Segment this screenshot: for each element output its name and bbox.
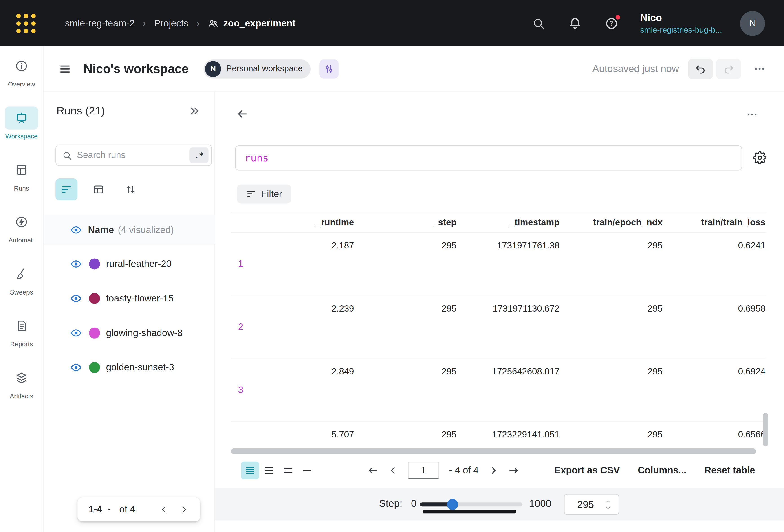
cell-runtime: 2.239	[231, 296, 354, 314]
export-csv-button[interactable]: Export as CSV	[554, 465, 620, 476]
redo-button[interactable]	[716, 59, 741, 79]
collapse-panel-icon[interactable]	[189, 105, 200, 117]
sidebar-item-artifacts[interactable]: Artifacts	[0, 367, 43, 419]
search-runs-input[interactable]	[77, 150, 190, 161]
page-number-input[interactable]	[408, 462, 439, 479]
row-height-2-lines-icon	[282, 465, 293, 476]
eye-icon[interactable]	[70, 224, 82, 236]
sidebar-item-reports[interactable]: Reports	[0, 314, 43, 367]
cell-epoch-ndx: 295	[559, 359, 663, 377]
run-name[interactable]: golden-sunset-3	[106, 362, 174, 373]
eye-icon[interactable]	[70, 361, 82, 373]
sidebar-item-automations[interactable]: Automat.	[0, 211, 43, 263]
user-org-link[interactable]: smle-registries-bug-b...	[640, 25, 722, 35]
step-value-input[interactable]	[567, 499, 604, 510]
back-arrow-icon[interactable]	[236, 108, 249, 120]
row-height-xlarge-button[interactable]	[298, 461, 316, 479]
runs-view-buttons	[55, 178, 141, 200]
filter-list-button[interactable]	[55, 178, 78, 200]
table-view-button[interactable]	[88, 178, 110, 200]
breadcrumb-project[interactable]: zoo_experiment	[208, 18, 296, 29]
sidebar-item-label: Runs	[14, 185, 29, 192]
row-height-compact-button[interactable]	[241, 461, 259, 479]
workspace-icon	[15, 112, 28, 124]
last-page-icon[interactable]	[508, 465, 519, 476]
table-pagination: - 4 of 4	[363, 461, 524, 479]
next-page-icon[interactable]	[488, 465, 499, 476]
run-list-item[interactable]: toasty-flower-15	[44, 281, 215, 316]
undo-button[interactable]	[688, 59, 713, 79]
first-page-icon[interactable]	[367, 465, 379, 476]
search-icon[interactable]	[532, 17, 545, 30]
regex-toggle-button[interactable]: .*	[190, 147, 208, 163]
spinner-up-icon[interactable]	[605, 499, 612, 504]
run-list-item[interactable]: glowing-shadow-8	[44, 315, 215, 350]
help-icon[interactable]: ?	[605, 17, 618, 30]
breadcrumb-team[interactable]: smle-reg-team-2	[65, 18, 135, 29]
run-list-item[interactable]: rural-feather-20	[44, 247, 215, 281]
name-column-label[interactable]: Name	[88, 224, 114, 235]
chevron-left-icon[interactable]	[159, 504, 169, 514]
vertical-scrollbar[interactable]	[763, 413, 768, 446]
sidebar-item-workspace[interactable]: Workspace	[0, 106, 43, 159]
column-header[interactable]: _runtime	[231, 217, 354, 228]
run-name[interactable]: toasty-flower-15	[106, 293, 173, 304]
filter-button[interactable]: Filter	[237, 185, 291, 204]
run-list-item[interactable]: golden-sunset-3	[44, 350, 215, 385]
row-height-large-button[interactable]	[279, 461, 297, 479]
eye-icon[interactable]	[70, 292, 82, 304]
column-header[interactable]: _step	[354, 217, 457, 228]
chevron-right-icon[interactable]	[179, 504, 189, 514]
sliders-icon	[324, 63, 335, 74]
gear-icon[interactable]	[753, 151, 766, 165]
column-header[interactable]: train/epoch_ndx	[559, 217, 663, 228]
sidebar-item-sweeps[interactable]: Sweeps	[0, 262, 43, 314]
sidebar-item-overview[interactable]: Overview	[0, 55, 43, 107]
prev-page-icon[interactable]	[388, 465, 398, 476]
cell-timestamp: 1723229141.051	[456, 422, 559, 440]
slider-knob[interactable]	[447, 499, 458, 510]
breadcrumb-separator: ›	[143, 18, 146, 29]
sidebar-item-label: Reports	[10, 340, 33, 348]
column-header[interactable]: train/train_loss	[663, 217, 765, 228]
row-index-link[interactable]: 3	[238, 385, 243, 395]
sidebar-item-label: Overview	[8, 81, 35, 88]
row-height-medium-button[interactable]	[260, 461, 278, 479]
workspace-scope-badge[interactable]: N Personal workspace	[204, 59, 311, 78]
query-input[interactable]	[235, 145, 742, 170]
reports-icon	[15, 319, 28, 332]
column-header[interactable]: _timestamp	[456, 217, 559, 228]
menu-icon[interactable]	[59, 62, 72, 75]
pager-range-dropdown[interactable]: 1-4	[88, 504, 112, 515]
caret-down-icon	[106, 506, 112, 513]
breadcrumb: smle-reg-team-2 › Projects › zoo_experim…	[65, 18, 296, 29]
table-kebab-menu[interactable]	[746, 108, 758, 120]
eye-icon[interactable]	[70, 258, 82, 270]
table-row: 4 5.707 295 1723229141.051 295 0.6566	[231, 422, 765, 446]
run-color-dot	[89, 327, 100, 338]
reset-table-button[interactable]: Reset table	[704, 465, 755, 476]
run-name[interactable]: rural-feather-20	[106, 258, 171, 269]
user-block[interactable]: Nico smle-registries-bug-b...	[640, 12, 722, 35]
redo-icon	[723, 63, 734, 75]
run-color-dot	[89, 293, 100, 304]
run-name[interactable]: glowing-shadow-8	[106, 327, 183, 338]
wandb-logo[interactable]	[15, 12, 37, 34]
row-index-link[interactable]: 1	[238, 258, 243, 269]
step-max-value: 1000	[529, 498, 551, 509]
horizontal-scrollbar[interactable]	[231, 448, 756, 454]
panel-layout-button[interactable]	[320, 59, 339, 78]
bell-icon[interactable]	[569, 17, 582, 30]
row-index-link[interactable]: 2	[238, 321, 243, 332]
sidebar-item-runs[interactable]: Runs	[0, 159, 43, 211]
breadcrumb-projects[interactable]: Projects	[154, 18, 188, 29]
avatar[interactable]: N	[740, 11, 765, 36]
row-height-1-line-icon	[302, 465, 312, 476]
spinner-down-icon[interactable]	[605, 505, 612, 510]
sort-button[interactable]	[119, 178, 141, 200]
eye-icon[interactable]	[70, 327, 82, 338]
search-icon	[62, 150, 72, 160]
badge-avatar: N	[205, 61, 221, 77]
workspace-kebab-menu[interactable]	[753, 62, 766, 75]
columns-button[interactable]: Columns...	[638, 465, 686, 476]
